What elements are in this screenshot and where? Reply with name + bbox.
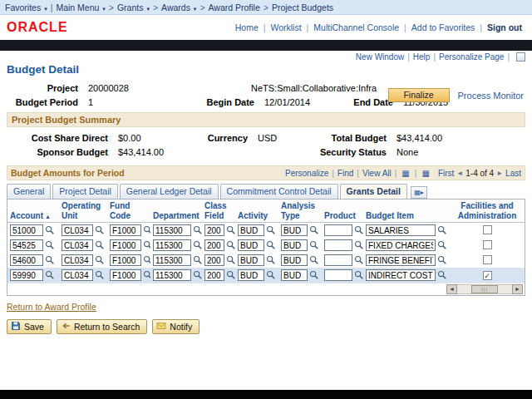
process-monitor-link[interactable]: Process Monitor	[458, 91, 524, 101]
breadcrumb-item-grants[interactable]: Grants ▾	[117, 2, 150, 12]
lookup-icon[interactable]	[95, 240, 105, 250]
operating-unit-input[interactable]	[62, 239, 93, 251]
facilities-admin-checkbox[interactable]: ✓	[483, 271, 492, 280]
pager-next-icon[interactable]: ►	[496, 170, 503, 177]
account-input[interactable]	[10, 254, 43, 266]
lookup-icon[interactable]	[226, 270, 235, 280]
lookup-icon[interactable]	[354, 255, 363, 265]
budget-item-input[interactable]	[366, 269, 436, 281]
save-button[interactable]: Save	[7, 319, 52, 334]
lookup-icon[interactable]	[266, 270, 276, 280]
lookup-icon[interactable]	[193, 270, 202, 280]
breadcrumb-item-award-profile[interactable]: Award Profile	[209, 2, 260, 12]
scroll-track[interactable]: |||	[457, 284, 512, 294]
lookup-icon[interactable]	[354, 240, 363, 250]
analysis-type-input[interactable]	[281, 224, 308, 236]
zoom-grid-icon[interactable]: ▦	[401, 169, 409, 178]
breadcrumb-item-awards[interactable]: Awards ▾	[161, 2, 196, 12]
budget-item-input[interactable]	[366, 254, 436, 266]
tab-general-ledger-detail[interactable]: General Ledger Detail	[120, 184, 219, 199]
notify-button[interactable]: Notify	[152, 319, 200, 334]
pager-first-link[interactable]: First	[438, 169, 454, 178]
fund-code-input[interactable]	[110, 254, 141, 266]
account-input[interactable]	[10, 269, 43, 281]
class-field-input[interactable]	[204, 224, 224, 236]
department-input[interactable]	[153, 254, 191, 266]
return-to-award-profile-link[interactable]: Return to Award Profile	[7, 302, 96, 312]
analysis-type-input[interactable]	[281, 269, 308, 281]
breadcrumb-item-favorites[interactable]: Favorites ▾	[5, 2, 47, 12]
download-grid-icon[interactable]: ▦	[421, 169, 429, 178]
breadcrumb-item-project-budgets[interactable]: Project Budgets	[272, 2, 333, 12]
header-link-multichannel-console[interactable]: MultiChannel Console	[313, 22, 399, 32]
product-input[interactable]	[324, 224, 352, 236]
tab-project-detail[interactable]: Project Detail	[52, 184, 117, 199]
lookup-icon[interactable]	[354, 270, 363, 280]
tab-general[interactable]: General	[7, 184, 51, 199]
lookup-icon[interactable]	[143, 270, 150, 280]
tab-grants-detail[interactable]: Grants Detail	[340, 184, 407, 199]
finalize-button[interactable]: Finalize	[388, 88, 450, 102]
lookup-icon[interactable]	[437, 255, 447, 265]
header-link-worklist[interactable]: Worklist	[270, 22, 301, 32]
lookup-icon[interactable]	[309, 240, 319, 250]
class-field-input[interactable]	[204, 254, 224, 266]
fund-code-input[interactable]	[110, 224, 141, 236]
fund-code-input[interactable]	[110, 269, 141, 281]
facilities-admin-checkbox[interactable]	[483, 225, 492, 234]
account-input[interactable]	[10, 224, 43, 236]
analysis-type-input[interactable]	[281, 239, 308, 251]
department-input[interactable]	[153, 224, 191, 236]
lookup-icon[interactable]	[437, 270, 447, 280]
lookup-icon[interactable]	[266, 225, 276, 235]
lookup-icon[interactable]	[193, 240, 202, 250]
scroll-right-button[interactable]: ►	[512, 284, 523, 294]
lookup-icon[interactable]	[143, 255, 150, 265]
product-input[interactable]	[324, 254, 352, 266]
operating-unit-input[interactable]	[62, 254, 93, 266]
lookup-icon[interactable]	[226, 255, 235, 265]
pager-previous-icon[interactable]: ◄	[456, 170, 463, 177]
budget-item-input[interactable]	[366, 239, 436, 251]
show-all-columns-icon[interactable]: ▦▸	[411, 186, 427, 199]
grid-view-all-link[interactable]: View All	[362, 169, 392, 178]
activity-input[interactable]	[238, 254, 264, 266]
pager-last-link[interactable]: Last	[505, 169, 521, 178]
lookup-icon[interactable]	[95, 225, 105, 235]
lookup-icon[interactable]	[95, 270, 105, 280]
header-link-home[interactable]: Home	[235, 22, 259, 32]
facilities-admin-checkbox[interactable]	[483, 255, 492, 264]
department-input[interactable]	[153, 269, 191, 281]
fund-code-input[interactable]	[110, 239, 141, 251]
lookup-icon[interactable]	[266, 255, 276, 265]
return-to-search-button[interactable]: Return to Search	[57, 319, 147, 334]
lookup-icon[interactable]	[193, 225, 202, 235]
lookup-icon[interactable]	[226, 225, 235, 235]
tab-commitment-control-detail[interactable]: Commitment Control Detail	[220, 184, 338, 199]
department-input[interactable]	[153, 239, 191, 251]
utility-link-new-window[interactable]: New Window	[356, 52, 404, 62]
lookup-icon[interactable]	[45, 270, 55, 280]
lookup-icon[interactable]	[309, 255, 319, 265]
lookup-icon[interactable]	[354, 225, 363, 235]
lookup-icon[interactable]	[309, 225, 319, 235]
lookup-icon[interactable]	[309, 270, 319, 280]
grid-find-link[interactable]: Find	[337, 169, 353, 178]
lookup-icon[interactable]	[45, 225, 55, 235]
lookup-icon[interactable]	[45, 255, 55, 265]
activity-input[interactable]	[238, 224, 264, 236]
operating-unit-input[interactable]	[62, 269, 93, 281]
budget-item-input[interactable]	[366, 224, 436, 236]
operating-unit-input[interactable]	[62, 224, 93, 236]
new-window-icon[interactable]	[516, 52, 525, 62]
scroll-left-button[interactable]: ◄	[446, 284, 457, 294]
grid-personalize-link[interactable]: Personalize	[285, 169, 328, 178]
lookup-icon[interactable]	[266, 240, 276, 250]
horizontal-scrollbar[interactable]: ◄ ||| ►	[446, 284, 523, 294]
lookup-icon[interactable]	[45, 240, 55, 250]
product-input[interactable]	[324, 269, 352, 281]
product-input[interactable]	[324, 239, 352, 251]
analysis-type-input[interactable]	[281, 254, 308, 266]
activity-input[interactable]	[238, 269, 264, 281]
lookup-icon[interactable]	[193, 255, 202, 265]
